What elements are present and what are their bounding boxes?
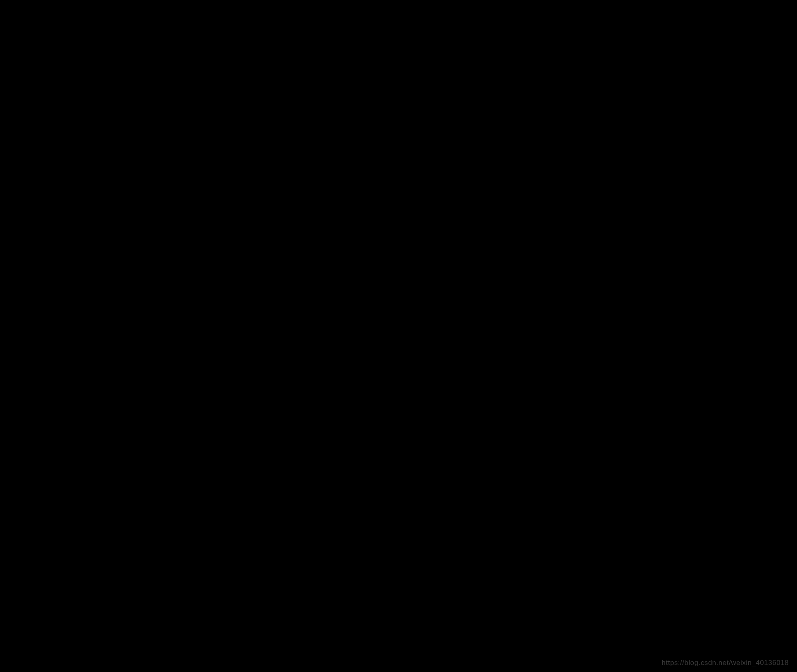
- watermark-text: https://blog.csdn.net/weixin_40136018: [662, 658, 789, 668]
